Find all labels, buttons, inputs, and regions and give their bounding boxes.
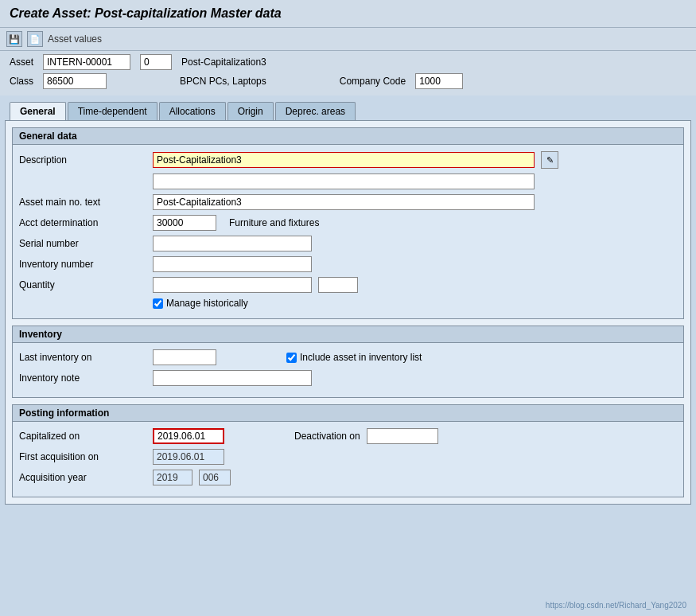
class-input[interactable] (43, 73, 107, 89)
save-icon[interactable]: 💾 (6, 31, 22, 47)
acquisition-year-input[interactable] (153, 470, 192, 485)
serial-input[interactable] (153, 236, 312, 251)
inventory-note-row: Inventory note (19, 370, 677, 386)
acct-label: Acct determination (19, 217, 146, 228)
asset-main-no-label: Asset main no. text (19, 197, 146, 208)
asset-main-no-row: Asset main no. text (19, 194, 677, 210)
first-acquisition-label: First acquisition on (19, 451, 146, 462)
description-label: Description (19, 154, 146, 166)
capitalized-on-label: Capitalized on (19, 431, 146, 442)
inventory-section: Inventory Last inventory on Include asse… (12, 326, 684, 398)
manage-historically-label: Manage historically (166, 298, 248, 309)
include-asset-label: Include asset in inventory list (300, 352, 422, 363)
general-data-title: General data (13, 128, 683, 145)
quantity-unit-input[interactable] (318, 277, 358, 293)
asset-label: Asset (10, 57, 33, 68)
inventory-no-row: Inventory number (19, 256, 677, 272)
page-title: Create Asset: Post-capitalization Master… (10, 6, 282, 20)
title-bar: Create Asset: Post-capitalization Master… (0, 0, 696, 28)
acquisition-year-row: Acquisition year (19, 470, 677, 485)
serial-label: Serial number (19, 238, 146, 249)
manage-historically-row: Manage historically (153, 298, 677, 309)
posting-section: Posting information Capitalized on Deact… (12, 404, 684, 497)
quantity-row: Quantity (19, 277, 677, 293)
asset-values-label[interactable]: Asset values (48, 33, 102, 45)
description-input[interactable] (153, 152, 535, 168)
asset-number-input[interactable] (43, 54, 130, 70)
acquisition-year-label: Acquisition year (19, 472, 146, 483)
deactivation-input[interactable] (367, 428, 438, 444)
tab-deprec-areas[interactable]: Deprec. areas (275, 102, 356, 120)
inventory-note-label: Inventory note (19, 372, 146, 384)
doc-icon[interactable]: 📄 (27, 31, 43, 47)
description-row2 (19, 173, 677, 189)
serial-row: Serial number (19, 236, 677, 251)
quantity-label: Quantity (19, 279, 146, 290)
bpcn-label: BPCN PCs, Laptops (180, 76, 266, 87)
last-inventory-input[interactable] (153, 349, 216, 365)
asset-main-no-input[interactable] (153, 194, 535, 210)
description-input2[interactable] (153, 173, 535, 189)
include-asset-checkbox[interactable] (286, 353, 297, 363)
tab-allocations[interactable]: Allocations (159, 102, 226, 120)
posting-title: Posting information (13, 405, 683, 422)
acct-row: Acct determination Furniture and fixture… (19, 215, 677, 231)
last-inventory-row: Last inventory on Include asset in inven… (19, 349, 677, 365)
first-acquisition-input[interactable] (153, 449, 224, 465)
last-inventory-label: Last inventory on (19, 352, 146, 363)
class-label: Class (10, 76, 33, 87)
post-cap-label: Post-Capitalization3 (181, 57, 266, 68)
first-acquisition-row: First acquisition on (19, 449, 677, 465)
capitalized-on-input[interactable] (153, 428, 224, 444)
inventory-no-label: Inventory number (19, 259, 146, 270)
inventory-no-input[interactable] (153, 256, 312, 272)
acct-input[interactable] (153, 215, 216, 231)
asset-sub-input[interactable] (140, 54, 172, 70)
general-data-section: General data Description ✎ Asset main no… (12, 127, 684, 319)
quantity-input[interactable] (153, 277, 312, 293)
tab-general[interactable]: General (10, 102, 66, 120)
tabs-container: General Time-dependent Allocations Origi… (0, 96, 696, 120)
manage-historically-checkbox[interactable] (153, 298, 163, 309)
toolbar: 💾 📄 Asset values (0, 28, 696, 51)
company-code-label: Company Code (340, 76, 406, 87)
inventory-note-input[interactable] (153, 370, 312, 386)
tab-time-dependent[interactable]: Time-dependent (68, 102, 157, 120)
acquisition-period-input[interactable] (199, 470, 231, 485)
inventory-title: Inventory (13, 326, 683, 343)
company-code-input[interactable] (415, 73, 463, 89)
capitalized-on-row: Capitalized on Deactivation on (19, 428, 677, 444)
asset-header: Asset Post-Capitalization3 Class BPCN PC… (0, 51, 696, 96)
watermark: https://blog.csdn.net/Richard_Yang2020 (546, 601, 686, 610)
main-content: General data Description ✎ Asset main no… (5, 120, 691, 505)
deactivation-label: Deactivation on (294, 431, 360, 442)
acct-desc: Furniture and fixtures (229, 217, 319, 228)
tab-origin[interactable]: Origin (227, 102, 274, 120)
edit-icon[interactable]: ✎ (541, 151, 558, 169)
description-row: Description ✎ (19, 151, 677, 169)
